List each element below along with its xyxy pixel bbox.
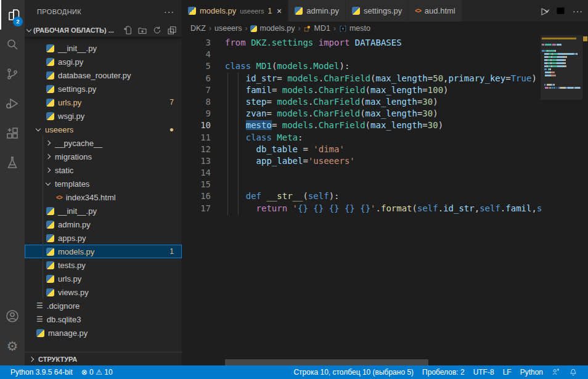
minimap[interactable] bbox=[541, 35, 582, 365]
tree-item-models-py[interactable]: models.py1 bbox=[25, 245, 182, 258]
code-line-12[interactable]: 12 db_table = 'dima' bbox=[182, 144, 588, 155]
collapse-all-icon[interactable] bbox=[167, 25, 177, 35]
status-encoding[interactable]: UTF-8 bbox=[469, 368, 499, 377]
explorer-icon[interactable]: 2 bbox=[0, 0, 25, 30]
code-line-4[interactable]: 4 bbox=[182, 49, 588, 60]
code-line-6[interactable]: 6 id_str= models.CharField(max_length=50… bbox=[182, 73, 588, 84]
code-text: mesto= models.CharField(max_length=30) bbox=[225, 120, 443, 131]
status-python-interpreter[interactable]: Python 3.9.5 64-bit bbox=[6, 368, 77, 377]
tree-item-asgi-py[interactable]: asgi.py bbox=[25, 55, 182, 68]
tree-item-templates[interactable]: templates bbox=[25, 177, 182, 190]
source-control-icon[interactable] bbox=[0, 59, 25, 89]
sidebar-title: ПРОВОДНИК bbox=[37, 8, 81, 15]
code-line-13[interactable]: 13 app_label='useeers' bbox=[182, 155, 588, 167]
tree-item-label: static bbox=[55, 166, 73, 175]
status-problems[interactable]: ⊗ 0 ⚠ 10 bbox=[77, 368, 117, 377]
line-number: 4 bbox=[182, 49, 211, 60]
overview-ruler[interactable] bbox=[582, 35, 588, 365]
code-line-7[interactable]: 7 famil= models.CharField(max_length=100… bbox=[182, 84, 588, 96]
tree-item-static[interactable]: static bbox=[25, 163, 182, 177]
tree-item-settings-py[interactable]: settings.py bbox=[25, 82, 182, 96]
line-number: 17 bbox=[182, 203, 211, 214]
breadcrumb-item-dkz[interactable]: DKZ bbox=[190, 24, 206, 33]
tab-label: settings.py bbox=[364, 6, 402, 15]
refresh-icon[interactable] bbox=[152, 25, 162, 35]
breadcrumb-item-models-py[interactable]: models.py bbox=[250, 24, 295, 33]
tree-item-database-roouter-py[interactable]: database_roouter.py bbox=[25, 68, 182, 82]
status-cursor-position[interactable]: Строка 10, столбец 10 (выбрано 5) bbox=[289, 368, 418, 377]
new-file-icon[interactable] bbox=[123, 25, 133, 35]
tree-item-apps-py[interactable]: apps.py bbox=[25, 231, 182, 245]
tree-item-badge: 7 bbox=[169, 98, 174, 107]
split-editor-icon[interactable] bbox=[556, 6, 565, 15]
tree-item-label: __init__.py bbox=[58, 206, 97, 216]
tree-item--init-py[interactable]: __init__.py bbox=[25, 204, 182, 218]
account-icon[interactable] bbox=[0, 301, 25, 331]
tree-item--dcignore[interactable]: ☰.dcignore bbox=[25, 299, 182, 312]
more-actions-icon[interactable]: ··· bbox=[573, 6, 583, 16]
python-file-icon bbox=[36, 329, 44, 337]
tree-item-urls-py[interactable]: urls.py bbox=[25, 272, 182, 285]
status-feedback[interactable] bbox=[547, 368, 565, 377]
status-notifications[interactable] bbox=[565, 368, 582, 377]
code-line-10[interactable]: 10 mesto= models.CharField(max_length=30… bbox=[182, 120, 588, 131]
code-line-8[interactable]: 8 step= models.CharField(max_length=30) bbox=[182, 96, 588, 108]
tree-item--pycache-[interactable]: __pycache__ bbox=[25, 136, 182, 150]
python-file-icon bbox=[188, 7, 196, 15]
code-text: from DKZ.settings import DATABASES bbox=[225, 37, 402, 49]
tree-item-admin-py[interactable]: admin.py bbox=[25, 218, 182, 231]
search-icon[interactable] bbox=[0, 30, 25, 59]
tree-item-manage-py[interactable]: manage.py bbox=[25, 326, 182, 340]
tab-models-py[interactable]: models.pyuseeers1× bbox=[182, 0, 288, 22]
line-number: 7 bbox=[182, 84, 211, 96]
status-eol[interactable]: LF bbox=[499, 368, 516, 377]
tree-item-tests-py[interactable]: tests.py bbox=[25, 258, 182, 272]
symbol-class-icon bbox=[303, 25, 311, 33]
views-more-actions-icon[interactable]: ··· bbox=[164, 7, 174, 17]
tree-item-wsgi-py[interactable]: wsgi.py bbox=[25, 109, 182, 123]
code-text: class Meta: bbox=[225, 132, 303, 144]
code-line-14[interactable]: 14 bbox=[182, 167, 588, 179]
tree-item-useeers[interactable]: useeers● bbox=[25, 123, 182, 136]
breadcrumb-item-useeers[interactable]: useeers bbox=[214, 24, 242, 33]
workspace-section-header[interactable]: (РАБОЧАЯ ОБЛАСТЬ) ... bbox=[25, 23, 182, 37]
code-line-15[interactable]: 15 bbox=[182, 179, 588, 190]
tree-item-index345-html[interactable]: <>index345.html bbox=[25, 190, 182, 204]
tab-admin-py[interactable]: admin.py bbox=[288, 0, 346, 22]
code-line-11[interactable]: 11 class Meta: bbox=[182, 132, 588, 144]
file-tree: <>index.html__init__.pyasgi.pydatabase_r… bbox=[25, 37, 182, 352]
tab-close-icon[interactable]: × bbox=[277, 6, 282, 16]
line-number: 10 bbox=[182, 120, 211, 131]
outline-section-header[interactable]: СТРУКТУРА bbox=[25, 352, 182, 365]
testing-icon[interactable] bbox=[0, 148, 25, 177]
code-line-3[interactable]: 3from DKZ.settings import DATABASES bbox=[182, 37, 588, 49]
run-debug-icon[interactable] bbox=[0, 89, 25, 118]
tab-settings-py[interactable]: settings.py bbox=[346, 0, 409, 22]
minimap-line bbox=[542, 75, 556, 76]
code-line-17[interactable]: 17 return '{} {} {} {} {}'.format(self.i… bbox=[182, 203, 588, 214]
tree-item-migrations[interactable]: migrations bbox=[25, 150, 182, 163]
settings-icon[interactable]: ⚙ bbox=[0, 331, 25, 361]
tree-item-views-py[interactable]: views.py bbox=[25, 285, 182, 299]
new-folder-icon[interactable] bbox=[137, 25, 147, 35]
text-file-icon: ☰ bbox=[36, 302, 43, 309]
code-line-16[interactable]: 16 def __str__(self): bbox=[182, 190, 588, 202]
breadcrumb-item-mesto[interactable]: mesto bbox=[339, 24, 370, 33]
status-indentation[interactable]: Пробелов: 2 bbox=[418, 368, 469, 377]
breadcrumb-item-md1[interactable]: MD1 bbox=[303, 24, 330, 33]
status-language-mode[interactable]: Python bbox=[516, 368, 547, 377]
minimap-line bbox=[542, 59, 566, 61]
code-text: famil= models.CharField(max_length=100) bbox=[225, 84, 449, 96]
tree-item-db-sqlite3[interactable]: ☰db.sqlite3 bbox=[25, 312, 182, 326]
code-line-5[interactable]: 5class MD1(models.Model): bbox=[182, 60, 588, 72]
line-number: 14 bbox=[182, 167, 211, 179]
code-line-9[interactable]: 9 zvan= models.CharField(max_length=30) bbox=[182, 108, 588, 120]
extensions-icon[interactable] bbox=[0, 118, 25, 148]
tree-item--init-py[interactable]: __init__.py bbox=[25, 41, 182, 55]
tab-aud-html[interactable]: <>aud.html bbox=[409, 0, 462, 22]
tree-item-index-html[interactable]: <>index.html bbox=[25, 37, 182, 41]
code-editor[interactable]: 3from DKZ.settings import DATABASES45cla… bbox=[182, 35, 588, 365]
horizontal-scrollbar[interactable] bbox=[225, 359, 428, 365]
tree-item-urls-py[interactable]: urls.py7 bbox=[25, 96, 182, 109]
chevron-down-icon bbox=[46, 180, 51, 185]
